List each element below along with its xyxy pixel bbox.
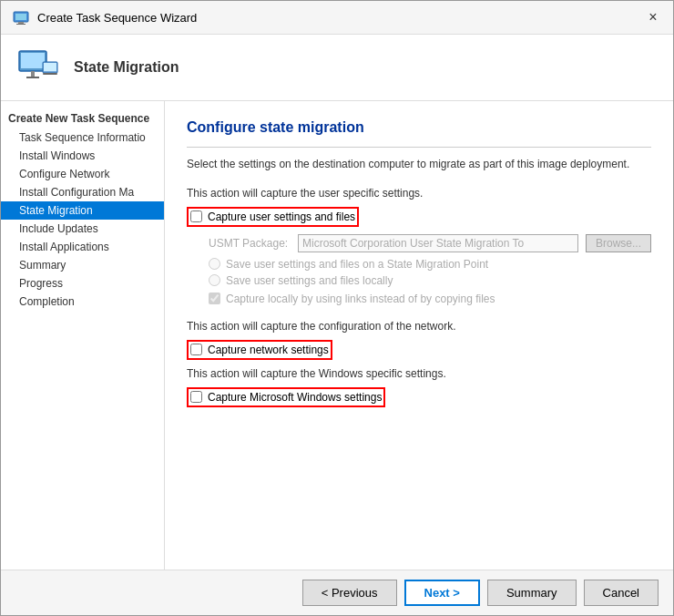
previous-button[interactable]: < Previous	[302, 580, 397, 606]
sidebar-item-include-updates[interactable]: Include Updates	[1, 220, 164, 238]
network-section-label: This action will capture the configurati…	[187, 320, 651, 333]
close-button[interactable]: ×	[644, 8, 662, 26]
capture-locally-row: Capture locally by using links instead o…	[187, 293, 651, 305]
sidebar-item-task-sequence-info[interactable]: Task Sequence Informatio	[1, 128, 164, 147]
title-bar-left: Create Task Sequence Wizard	[12, 8, 197, 26]
capture-user-outlined: Capture user settings and files	[187, 207, 359, 227]
user-settings-label: This action will capture the user specif…	[187, 187, 651, 200]
footer: < Previous Next > Summary Cancel	[1, 570, 673, 615]
sidebar-group-label: Create New Task Sequence	[1, 108, 164, 128]
header-icon	[15, 46, 59, 89]
summary-button[interactable]: Summary	[487, 580, 577, 606]
capture-windows-checkbox[interactable]	[190, 391, 202, 403]
svg-rect-6	[31, 71, 35, 77]
dialog-title: Create Task Sequence Wizard	[37, 11, 197, 25]
radio-option1-label: Save user settings and files on a State …	[226, 258, 488, 271]
usmt-package-input[interactable]	[298, 234, 578, 252]
sidebar-item-summary[interactable]: Summary	[1, 256, 164, 274]
sidebar-item-completion[interactable]: Completion	[1, 293, 164, 311]
sidebar-item-install-applications[interactable]: Install Applications	[1, 238, 164, 256]
sidebar-item-install-config-mgr[interactable]: Install Configuration Ma	[1, 183, 164, 201]
svg-rect-7	[26, 77, 39, 78]
content-description: Select the settings on the destination c…	[187, 157, 651, 172]
capture-network-checkbox[interactable]	[190, 344, 202, 355]
capture-user-checkbox[interactable]	[190, 210, 202, 222]
usmt-package-row: USMT Package: Browse...	[187, 234, 651, 252]
capture-locally-checkbox[interactable]	[209, 293, 220, 304]
title-bar: Create Task Sequence Wizard ×	[1, 1, 673, 35]
sidebar-item-progress[interactable]: Progress	[1, 274, 164, 293]
windows-section-label: This action will capture the Windows spe…	[187, 367, 651, 380]
svg-rect-5	[21, 53, 45, 68]
capture-user-label[interactable]: Capture user settings and files	[208, 210, 355, 223]
content-area: Configure state migration Select the set…	[165, 101, 673, 570]
sidebar-item-configure-network[interactable]: Configure Network	[1, 165, 164, 183]
capture-windows-outlined: Capture Microsoft Windows settings	[187, 387, 385, 407]
wizard-icon	[12, 8, 30, 26]
svg-rect-9	[44, 63, 56, 71]
radio-option2-label: Save user settings and files locally	[226, 274, 393, 287]
svg-rect-2	[18, 22, 24, 24]
svg-rect-3	[16, 24, 26, 25]
content-title: Configure state migration	[187, 119, 651, 136]
header-title: State Migration	[74, 59, 179, 76]
radio-save-locally[interactable]	[209, 274, 220, 286]
dialog-window: Create Task Sequence Wizard × State Migr…	[0, 0, 674, 616]
capture-user-row: Capture user settings and files	[187, 207, 651, 227]
sidebar-item-state-migration[interactable]: State Migration	[1, 201, 164, 220]
radio-option1-row: Save user settings and files on a State …	[209, 258, 651, 271]
radio-option2-row: Save user settings and files locally	[209, 274, 651, 287]
capture-locally-label: Capture locally by using links instead o…	[226, 293, 495, 305]
svg-rect-10	[43, 73, 57, 75]
next-button[interactable]: Next >	[404, 580, 480, 606]
usmt-package-label: USMT Package:	[209, 237, 291, 250]
capture-network-outlined: Capture network settings	[187, 340, 332, 360]
capture-network-label[interactable]: Capture network settings	[208, 344, 329, 356]
browse-button[interactable]: Browse...	[586, 234, 651, 252]
main-content: Create New Task Sequence Task Sequence I…	[1, 101, 673, 570]
title-divider	[187, 147, 651, 148]
header-section: State Migration	[1, 35, 673, 101]
sidebar: Create New Task Sequence Task Sequence I…	[1, 101, 165, 570]
cancel-button[interactable]: Cancel	[584, 580, 659, 606]
radio-group: Save user settings and files on a State …	[187, 258, 651, 287]
capture-network-row: Capture network settings	[187, 340, 651, 360]
capture-windows-label[interactable]: Capture Microsoft Windows settings	[208, 391, 382, 404]
sidebar-item-install-windows[interactable]: Install Windows	[1, 147, 164, 165]
svg-rect-1	[15, 14, 26, 20]
capture-windows-row: Capture Microsoft Windows settings	[187, 387, 651, 407]
radio-state-migration-point[interactable]	[209, 258, 220, 270]
